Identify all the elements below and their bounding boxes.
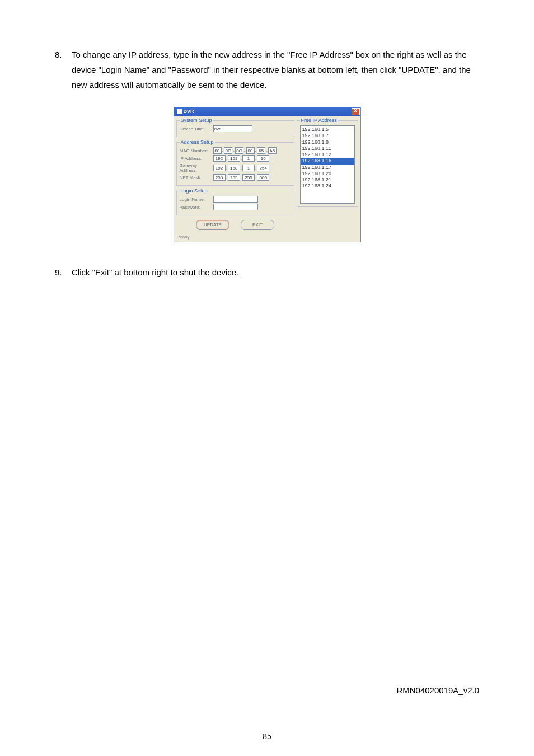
ip-2[interactable] — [242, 155, 255, 162]
nm-1[interactable] — [228, 174, 240, 181]
ip-0[interactable] — [213, 155, 226, 162]
mac-5[interactable] — [268, 147, 277, 154]
gw-0[interactable] — [213, 165, 226, 171]
device-title-label: Device Title: — [180, 126, 213, 132]
update-button[interactable]: UPDATE — [196, 220, 229, 230]
system-setup-group: System Setup Device Title: — [176, 118, 294, 137]
title-bar: DVR X — [174, 107, 360, 116]
gateway-label: Gateway Address: — [180, 163, 213, 173]
dvr-window: DVR X System Setup Device Title: Address… — [174, 107, 361, 242]
address-setup-legend: Address Setup — [180, 139, 215, 145]
free-ip-item[interactable]: 192.168.1.5 — [301, 126, 354, 133]
password-label: Password: — [180, 205, 213, 210]
ip-3[interactable] — [257, 155, 269, 162]
address-setup-group: Address Setup MAC Number: - - - - - IP A… — [176, 139, 294, 186]
list-number-8: 8. — [55, 47, 72, 92]
free-ip-group: Free IP Address 192.168.1.5192.168.1.719… — [297, 118, 358, 207]
list-text-8: To change any IP address, type in the ne… — [72, 47, 479, 92]
free-ip-item[interactable]: 192.168.1.16 — [301, 158, 354, 164]
free-ip-item[interactable]: 192.168.1.12 — [301, 152, 354, 158]
nm-2[interactable] — [242, 174, 255, 181]
list-item-9: 9. Click "Exit" at bottom right to shut … — [55, 265, 479, 280]
free-ip-item[interactable]: 192.168.1.17 — [301, 165, 354, 171]
login-setup-legend: Login Setup — [180, 188, 209, 194]
login-setup-group: Login Setup Login Name: Password: — [176, 188, 294, 215]
free-ip-item[interactable]: 192.168.1.20 — [301, 171, 354, 177]
ip-1[interactable] — [228, 155, 240, 162]
free-ip-legend: Free IP Address — [300, 118, 338, 123]
screenshot-figure: DVR X System Setup Device Title: Address… — [55, 107, 479, 242]
window-title: DVR — [184, 107, 194, 116]
system-setup-legend: System Setup — [180, 118, 213, 123]
nm-0[interactable] — [213, 174, 226, 181]
mac-0[interactable] — [213, 147, 222, 154]
free-ip-item[interactable]: 192.168.1.24 — [301, 183, 354, 189]
nm-3[interactable] — [257, 174, 269, 181]
list-item-8: 8. To change any IP address, type in the… — [55, 47, 479, 92]
page-number: 85 — [0, 732, 534, 741]
mac-3[interactable] — [246, 147, 255, 154]
close-button[interactable]: X — [352, 108, 360, 115]
gw-2[interactable] — [242, 165, 255, 171]
list-text-9: Click "Exit" at bottom right to shut the… — [72, 265, 479, 280]
footer-doc-id: RMN04020019A_v2.0 — [396, 685, 479, 695]
netmask-label: NET Mask: — [180, 175, 213, 180]
free-ip-item[interactable]: 192.168.1.21 — [301, 177, 354, 183]
mac-4[interactable] — [257, 147, 265, 154]
mac-label: MAC Number: — [180, 148, 213, 153]
mac-2[interactable] — [235, 147, 243, 154]
app-icon — [177, 109, 182, 114]
gw-3[interactable] — [257, 165, 269, 171]
mac-1[interactable] — [224, 147, 232, 154]
free-ip-item[interactable]: 192.168.1.8 — [301, 139, 354, 145]
exit-button[interactable]: EXIT — [241, 220, 274, 230]
password-input[interactable] — [213, 204, 258, 210]
free-ip-listbox[interactable]: 192.168.1.5192.168.1.7192.168.1.8192.168… — [300, 125, 355, 204]
device-title-input[interactable] — [213, 125, 252, 132]
gw-1[interactable] — [228, 165, 240, 171]
login-name-label: Login Name: — [180, 197, 213, 202]
free-ip-item[interactable]: 192.168.1.7 — [301, 133, 354, 139]
status-bar: Ready — [174, 233, 360, 242]
list-number-9: 9. — [55, 265, 72, 280]
free-ip-item[interactable]: 192.168.1.11 — [301, 145, 354, 152]
login-name-input[interactable] — [213, 196, 258, 203]
ip-label: IP Address: — [180, 156, 213, 161]
